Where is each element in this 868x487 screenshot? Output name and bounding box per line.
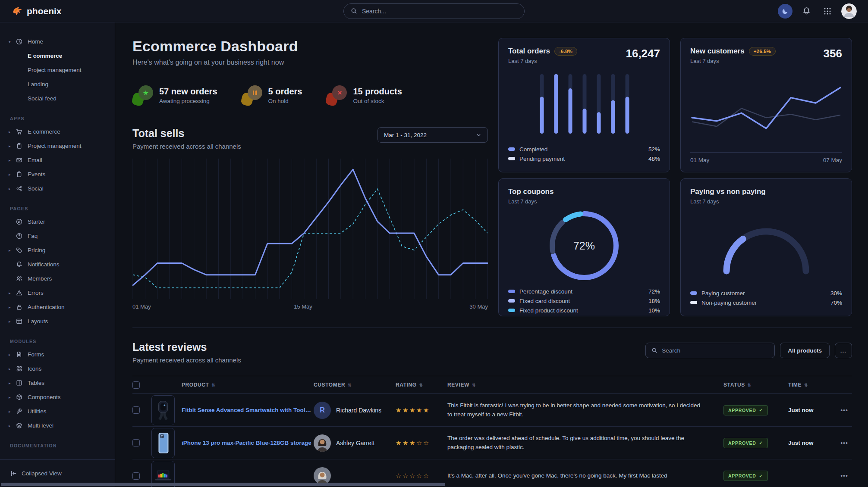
sidebar-item-label: Project management	[28, 143, 82, 149]
column-header-customer[interactable]: CUSTOMER	[314, 382, 396, 388]
customer-avatar[interactable]	[314, 434, 331, 452]
stat-out-of-stock: ✕ 15 products Out of stock	[326, 85, 402, 106]
reviews-search-input[interactable]	[662, 347, 769, 354]
dashboard-left-column: Ecommerce Dashboard Here's what's going …	[132, 38, 488, 316]
column-header-status[interactable]: STATUS	[723, 382, 788, 388]
caret-right-icon	[9, 130, 16, 134]
sidebar-item-label: Notifications	[28, 261, 60, 268]
card-title: Paying vs non paying	[690, 187, 766, 196]
reviews-table: PRODUCTCUSTOMERRATINGREVIEWSTATUSTIME Fi…	[132, 376, 852, 487]
review-time: Just now	[788, 440, 837, 446]
stat-sub: Out of stock	[353, 98, 402, 104]
sidebar-item-label: Utilities	[28, 408, 47, 415]
brand-name: phoenix	[27, 6, 62, 16]
legend-item: Percentage discount72%	[508, 287, 660, 296]
row-checkbox[interactable]	[132, 406, 140, 414]
caret-down-icon	[9, 40, 16, 44]
sidebar-item-label: Tables	[28, 380, 44, 386]
sidebar-item-starter[interactable]: Starter	[9, 215, 109, 229]
sidebar-item-notifications[interactable]: Notifications	[9, 257, 109, 272]
customer-avatar[interactable]	[314, 467, 331, 484]
stat-sub: Awating processing	[159, 98, 217, 104]
product-link[interactable]: iPhone 13 pro max-Pacific Blue-128GB sto…	[182, 440, 311, 446]
apps-grid-button[interactable]	[820, 4, 835, 19]
reviews-search[interactable]	[645, 343, 775, 358]
sidebar-item-social-feed[interactable]: Social feed	[9, 91, 109, 106]
legend-item: Completed52%	[508, 144, 660, 154]
row-checkbox[interactable]	[132, 472, 140, 480]
rating-stars: ★★★☆☆	[396, 439, 447, 447]
sidebar-item-forms[interactable]: Forms	[9, 347, 109, 362]
row-actions-button[interactable]: •••	[837, 440, 852, 446]
user-avatar[interactable]	[841, 3, 857, 19]
sidebar-item-project-management[interactable]: Project management	[9, 63, 109, 77]
cross-icon: ✕	[332, 85, 347, 100]
sidebar-item-email[interactable]: Email	[9, 153, 109, 167]
paying-legend: Paying customer30%Non-paying customer70%	[690, 288, 842, 307]
sidebar-item-utilities[interactable]: Utilities	[9, 404, 109, 418]
caret-right-icon	[9, 144, 16, 148]
sidebar-item-home[interactable]: Home	[9, 34, 109, 49]
product-link[interactable]: Fitbit Sense Advanced Smartwatch with To…	[182, 407, 314, 413]
sidebar-item-icons[interactable]: Icons	[9, 362, 109, 376]
sidebar-nav: HomeE commerceProject managementLandingS…	[0, 22, 115, 459]
sidebar-item-e-commerce[interactable]: E commerce	[9, 49, 109, 63]
clipboard-icon	[16, 143, 28, 149]
collapse-icon	[10, 470, 17, 477]
scrollbar-thumb[interactable]	[1, 483, 445, 486]
new-customers-value: 356	[824, 47, 842, 60]
search-input[interactable]	[362, 8, 517, 15]
caret-right-icon	[9, 381, 16, 385]
notifications-button[interactable]	[799, 4, 814, 19]
sidebar-item-components[interactable]: Components	[9, 390, 109, 404]
column-header-time[interactable]: TIME	[788, 382, 837, 388]
brand-logo[interactable]: phoenix	[11, 5, 62, 17]
row-actions-button[interactable]: •••	[837, 407, 852, 414]
sidebar-item-faq[interactable]: Faq	[9, 229, 109, 243]
stat-value: 57 new orders	[159, 87, 217, 97]
column-header-product[interactable]: PRODUCT	[151, 382, 314, 388]
search-icon	[351, 8, 357, 14]
sidebar-item-e-commerce[interactable]: E commerce	[9, 125, 109, 139]
donut-center-label: 72%	[543, 205, 625, 287]
sidebar-item-tables[interactable]: Tables	[9, 376, 109, 390]
status-badge: APPROVED✓	[723, 405, 768, 415]
sidebar-item-events[interactable]: Events	[9, 167, 109, 181]
top-coupons-card: Top coupons Last 7 days 72% Percentage d…	[498, 178, 670, 316]
sidebar-item-project-management[interactable]: Project management	[9, 139, 109, 153]
sidebar-item-authentication[interactable]: Authentication	[9, 300, 109, 314]
customer-name: Ashley Garrett	[336, 440, 374, 446]
date-range-select[interactable]: Mar 1 - 31, 2022	[377, 127, 488, 143]
reviews-more-button[interactable]: ...	[835, 343, 852, 358]
product-thumbnail-smartwatch[interactable]	[151, 395, 175, 425]
sidebar-item-layouts[interactable]: Layouts	[9, 314, 109, 328]
legend-value: 52%	[648, 146, 660, 153]
sidebar-item-label: Starter	[28, 219, 45, 225]
file-icon	[16, 351, 28, 358]
sidebar-item-label: Events	[28, 171, 45, 178]
sidebar-item-members[interactable]: Members	[9, 272, 109, 286]
sidebar-item-landing[interactable]: Landing	[9, 77, 109, 91]
legend-item: Fixed card discount18%	[508, 296, 660, 306]
column-header-review[interactable]: REVIEW	[447, 382, 723, 388]
paying-vs-nonpaying-card: Paying vs non paying Last 7 days Paying …	[680, 178, 852, 316]
row-checkbox[interactable]	[132, 439, 140, 446]
star-icon: ★	[138, 85, 153, 100]
sidebar-item-errors[interactable]: Errors	[9, 286, 109, 300]
bell-icon	[802, 7, 811, 15]
page-subtitle: Here's what's going on at your business …	[132, 59, 488, 66]
row-actions-button[interactable]: •••	[837, 472, 852, 479]
sidebar-section-modules: MODULES	[10, 339, 109, 344]
global-search[interactable]	[343, 3, 525, 19]
sidebar-item-social[interactable]: Social	[9, 181, 109, 196]
horizontal-scrollbar[interactable]	[0, 483, 868, 487]
select-all-checkbox[interactable]	[132, 381, 140, 389]
total-sells-x-labels: 01 May 15 May 30 May	[132, 303, 488, 314]
product-thumbnail-iphone[interactable]	[151, 428, 175, 458]
sidebar-item-pricing[interactable]: Pricing	[9, 243, 109, 257]
sidebar-item-multi-level[interactable]: Multi level	[9, 418, 109, 433]
customer-avatar[interactable]: R	[314, 402, 331, 419]
column-header-rating[interactable]: RATING	[396, 382, 447, 388]
theme-toggle-button[interactable]	[778, 4, 793, 19]
all-products-button[interactable]: All products	[780, 343, 830, 358]
